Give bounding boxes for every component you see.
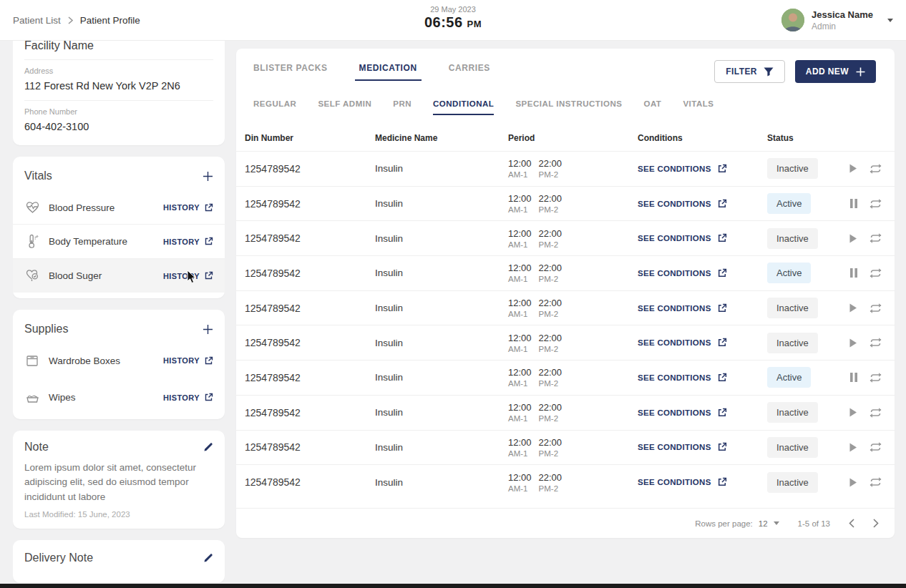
facility-address-section: Address 112 Forest Rd New York V2P 2N6 — [24, 59, 213, 100]
subtab-conditional[interactable]: CONDITIONAL — [433, 99, 494, 115]
swap-button[interactable] — [868, 198, 883, 210]
breadcrumb-patient-list[interactable]: Patient List — [13, 15, 61, 26]
history-link[interactable]: HISTORY — [163, 356, 213, 366]
swap-button[interactable] — [868, 441, 883, 453]
subtab-oat[interactable]: OAT — [643, 99, 661, 115]
column-conditions: Conditions — [638, 133, 767, 143]
external-link-icon — [717, 477, 727, 487]
previous-page-button[interactable] — [849, 519, 854, 528]
add-supply-button[interactable] — [203, 324, 213, 335]
period-cell: 12:00AM-1 22:00PM-2 — [508, 263, 638, 283]
chevron-left-icon — [849, 519, 854, 528]
address-label: Address — [24, 67, 213, 75]
table-row: 1254789542 Insulin 12:00AM-1 22:00PM-2 S… — [236, 325, 895, 360]
history-link[interactable]: HISTORY — [163, 203, 213, 212]
user-menu[interactable]: Jessica Name Admin — [781, 9, 893, 31]
subtab-regular[interactable]: REGULAR — [253, 99, 296, 115]
status-badge: Inactive — [767, 298, 818, 318]
play-button[interactable] — [848, 337, 858, 348]
play-button[interactable] — [848, 441, 858, 453]
tab-blister-packs[interactable]: BLISTER PACKS — [253, 63, 328, 81]
edit-note-button[interactable] — [203, 442, 213, 452]
see-conditions-link[interactable]: SEE CONDITIONS — [638, 477, 767, 487]
see-conditions-link[interactable]: SEE CONDITIONS — [638, 233, 767, 243]
vital-item-body-temperature[interactable]: Body Temperature HISTORY — [13, 224, 225, 258]
see-conditions-link[interactable]: SEE CONDITIONS — [638, 373, 767, 383]
subtab-prn[interactable]: PRN — [393, 99, 411, 115]
see-conditions-link[interactable]: SEE CONDITIONS — [638, 303, 767, 313]
period-cell: 12:00AM-1 22:00PM-2 — [508, 228, 638, 249]
thermometer-icon — [24, 234, 40, 249]
swap-button[interactable] — [868, 303, 883, 314]
play-button[interactable] — [848, 303, 858, 314]
swap-button[interactable] — [868, 407, 883, 418]
pagination-range: 1-5 of 13 — [798, 519, 830, 528]
external-link-icon — [204, 237, 213, 246]
swap-button[interactable] — [868, 476, 883, 488]
supply-item-wardrobe-boxes[interactable]: Wardrobe Boxes HISTORY — [13, 344, 225, 377]
add-vital-button[interactable] — [203, 171, 213, 182]
header-meridiem: PM — [467, 19, 482, 29]
swap-arrows-icon — [868, 198, 883, 210]
next-page-button[interactable] — [873, 519, 879, 528]
table-row: 1254789542 Insulin 12:00AM-1 22:00PM-2 S… — [236, 220, 895, 255]
history-link[interactable]: HISTORY — [163, 237, 213, 246]
see-conditions-link[interactable]: SEE CONDITIONS — [638, 164, 767, 174]
medicine-name-cell: Insulin — [375, 442, 508, 453]
chevron-right-icon — [873, 519, 879, 528]
medicine-name-cell: Insulin — [375, 372, 508, 383]
wipes-icon — [24, 391, 40, 404]
chevron-down-icon[interactable] — [887, 19, 893, 22]
tab-medication[interactable]: MEDICATION — [355, 63, 422, 81]
see-conditions-link[interactable]: SEE CONDITIONS — [638, 268, 767, 278]
swap-button[interactable] — [868, 337, 883, 348]
see-conditions-link[interactable]: SEE CONDITIONS — [638, 338, 767, 348]
note-last-modified: Last Modified: 15 June, 2023 — [24, 510, 213, 519]
swap-button[interactable] — [868, 372, 883, 383]
medicine-name-cell: Insulin — [375, 198, 508, 209]
header-datetime: 29 May 2023 06:56 PM — [424, 5, 482, 31]
play-button[interactable] — [848, 476, 858, 488]
play-button[interactable] — [848, 407, 858, 418]
avatar — [781, 9, 804, 31]
medicine-name-cell: Insulin — [375, 477, 508, 488]
breadcrumb: Patient List Patient Profile — [13, 15, 140, 26]
see-conditions-link[interactable]: SEE CONDITIONS — [638, 199, 767, 209]
add-new-button[interactable]: ADD NEW — [795, 60, 876, 83]
swap-arrows-icon — [868, 476, 883, 488]
status-badge: Active — [767, 193, 811, 214]
see-conditions-link[interactable]: SEE CONDITIONS — [638, 408, 767, 418]
swap-button[interactable] — [868, 163, 883, 175]
history-link[interactable]: HISTORY — [163, 393, 213, 402]
external-link-icon — [717, 303, 727, 313]
period-cell: 12:00AM-1 22:00PM-2 — [508, 437, 638, 458]
pause-button[interactable] — [849, 268, 858, 279]
edit-delivery-note-button[interactable] — [203, 553, 213, 563]
tab-carries[interactable]: CARRIES — [449, 63, 490, 81]
pause-button[interactable] — [849, 372, 858, 383]
history-link[interactable]: HISTORY — [163, 271, 213, 280]
see-conditions-link[interactable]: SEE CONDITIONS — [638, 442, 767, 452]
period-cell: 12:00AM-1 22:00PM-2 — [508, 333, 638, 353]
play-button[interactable] — [848, 163, 858, 175]
medicine-name-cell: Insulin — [375, 303, 508, 313]
rows-per-page-select[interactable]: Rows per page: 12 — [695, 519, 779, 528]
play-button[interactable] — [848, 232, 858, 244]
subtab-self-admin[interactable]: SELF ADMIN — [318, 99, 371, 115]
subtab-special-instructions[interactable]: SPECIAL INSTRUCTIONS — [515, 99, 622, 115]
table-row: 1254789542 Insulin 12:00AM-1 22:00PM-2 S… — [236, 151, 895, 186]
subtab-vitals[interactable]: VITALS — [683, 99, 713, 115]
medicine-name-cell: Insulin — [375, 407, 508, 418]
swap-button[interactable] — [868, 268, 883, 279]
filter-button[interactable]: FILTER — [714, 60, 785, 83]
vital-item-blood-pressure[interactable]: Blood Pressure HISTORY — [13, 191, 225, 224]
pause-button[interactable] — [849, 198, 858, 210]
table-row: 1254789542 Insulin 12:00AM-1 22:00PM-2 S… — [236, 290, 895, 325]
table-row: 1254789542 Insulin 12:00AM-1 22:00PM-2 S… — [236, 430, 895, 465]
column-status: Status — [767, 133, 846, 143]
swap-button[interactable] — [868, 232, 883, 244]
supply-item-wipes[interactable]: Wipes HISTORY — [13, 381, 225, 413]
supplies-title: Supplies — [24, 323, 68, 335]
table-row: 1254789542 Insulin 12:00AM-1 22:00PM-2 S… — [236, 186, 895, 221]
vital-item-blood-sugar[interactable]: Blood Suger HISTORY — [13, 258, 225, 293]
